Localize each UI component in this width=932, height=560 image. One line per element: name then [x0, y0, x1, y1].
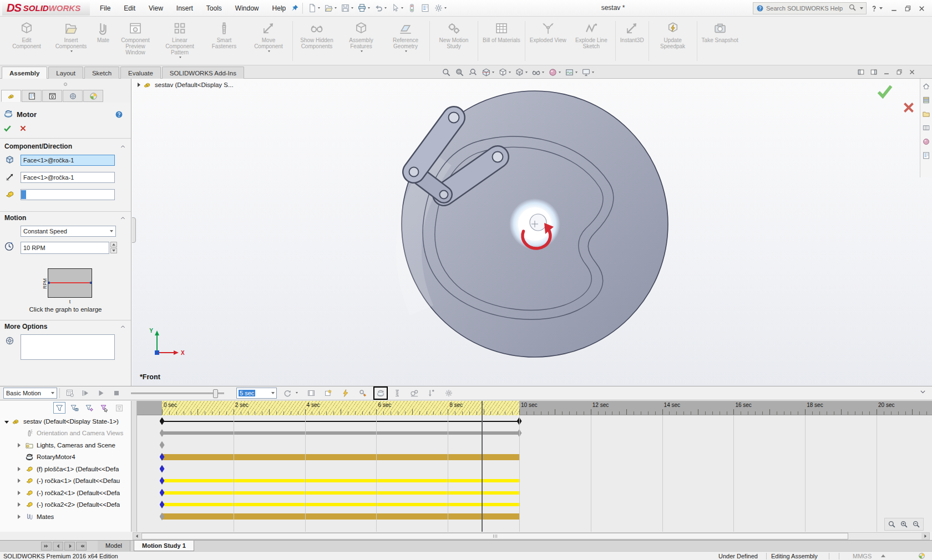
search-input[interactable] — [766, 5, 846, 12]
panel-grip[interactable] — [0, 79, 131, 90]
component-preview-window-button[interactable]: Component Preview Window — [113, 18, 158, 64]
motor-profile-graph[interactable] — [48, 268, 92, 298]
timeline-area[interactable]: 0 sec2 sec4 sec6 sec8 sec10 sec12 sec14 … — [137, 401, 932, 532]
dimxpertmanager-tab[interactable] — [63, 90, 83, 102]
tab-assembly[interactable]: Assembly — [2, 67, 47, 79]
previous-view-button[interactable] — [467, 67, 479, 78]
timeline-zoom-in-button[interactable] — [900, 520, 908, 528]
confirm-cancel-icon[interactable] — [902, 101, 915, 114]
tree-row-1[interactable]: Orientation and Camera Views — [0, 427, 131, 440]
collapse-chevron-icon[interactable] — [120, 144, 126, 150]
tree-row-2[interactable]: Lights, Cameras and Scene — [0, 439, 131, 451]
update-speedpak-button[interactable]: Update Speedpak — [651, 18, 695, 64]
more-options-listbox[interactable] — [21, 334, 115, 360]
timeline-bar[interactable] — [162, 513, 519, 520]
assembly-features-caret-icon[interactable] — [361, 50, 363, 52]
cancel-x-icon[interactable] — [19, 125, 27, 132]
expander-icon[interactable] — [4, 418, 10, 425]
timeline-key[interactable] — [160, 441, 165, 449]
quick-tips-icon[interactable] — [918, 552, 925, 559]
tree-row-3[interactable]: RotaryMotor4 — [0, 451, 131, 464]
options-button[interactable] — [433, 2, 448, 15]
expander-icon[interactable] — [18, 490, 23, 496]
bill-of-materials-button[interactable]: Bill of Materials — [480, 18, 523, 64]
filter-animation-button[interactable] — [53, 402, 65, 414]
scroll-right-button[interactable] — [921, 533, 929, 539]
current-time-combo[interactable]: 5 sec — [236, 388, 277, 399]
display-style-button[interactable] — [513, 67, 529, 78]
timeline-key[interactable] — [160, 418, 165, 425]
take-snapshot-button[interactable]: Take Snapshot — [699, 18, 741, 64]
doc-restore-button[interactable] — [895, 68, 903, 76]
search-icon[interactable] — [848, 3, 857, 13]
section-component-direction[interactable]: Component/Direction — [0, 142, 131, 150]
new-document-caret-icon[interactable] — [318, 7, 320, 9]
timeline-zoom-fit-button[interactable] — [888, 520, 896, 528]
design-library-icon[interactable] — [922, 96, 930, 104]
timeline-bar[interactable] — [162, 431, 519, 435]
spin-up-button[interactable] — [110, 242, 117, 247]
featuremanager-tab[interactable] — [1, 90, 21, 102]
zoom-area-button[interactable] — [453, 67, 466, 78]
section-more-options[interactable]: More Options — [0, 323, 131, 330]
direction-field[interactable]: Face<1>@ročka-1 — [21, 172, 115, 183]
tab-sketch[interactable]: Sketch — [84, 67, 119, 79]
collapse-chevron-icon[interactable] — [120, 324, 126, 330]
timeline-key[interactable] — [160, 501, 165, 508]
spin-down-button[interactable] — [110, 248, 117, 253]
playback-mode-button[interactable] — [281, 387, 294, 399]
mate-button[interactable]: Mate — [93, 18, 113, 64]
confirm-ok-icon[interactable] — [875, 83, 894, 100]
timeline-key[interactable] — [160, 477, 165, 485]
tree-row-7[interactable]: (-) ročka2<2> (Default<<Defa — [0, 499, 131, 511]
doc-tab-motion-study-1[interactable]: Motion Study 1 — [134, 541, 194, 551]
view-orientation-caret-icon[interactable] — [509, 72, 511, 73]
menu-insert[interactable]: Insert — [170, 0, 200, 16]
search-dropdown-caret[interactable] — [860, 7, 863, 9]
section-view-caret-icon[interactable] — [492, 72, 494, 73]
doc-close-button[interactable] — [908, 68, 916, 76]
component-field[interactable]: Face<1>@ročka-1 — [21, 155, 115, 166]
save-caret-icon[interactable] — [351, 7, 353, 9]
tree-row-0[interactable]: sestav (Default<Display State-1>) — [0, 415, 131, 427]
save-button[interactable] — [340, 2, 354, 15]
tab-nav-prev-button[interactable] — [53, 542, 63, 551]
units-caret-icon[interactable] — [881, 554, 885, 557]
contact-button[interactable] — [408, 387, 421, 399]
menu-tools[interactable]: Tools — [200, 0, 229, 16]
filter-results-button[interactable] — [113, 402, 125, 414]
doc-tab-model[interactable]: Model — [98, 541, 130, 551]
tab-evaluate[interactable]: Evaluate — [120, 67, 161, 79]
explode-line-sketch-button[interactable]: Explode Line Sketch — [569, 18, 614, 64]
custom-properties-icon[interactable] — [922, 151, 930, 160]
configurationmanager-tab[interactable] — [42, 90, 62, 102]
speed-field[interactable]: 10 RPM — [21, 242, 109, 254]
timeline-bar[interactable] — [162, 491, 519, 495]
motion-type-dropdown[interactable]: Constant Speed — [21, 226, 116, 237]
view-palette-icon[interactable] — [922, 124, 930, 132]
print-caret-icon[interactable] — [368, 7, 370, 9]
move-component-button[interactable]: Move Component — [246, 18, 291, 64]
viewport-canvas[interactable]: Y X — [132, 79, 932, 386]
view-settings-button[interactable] — [580, 67, 596, 78]
doc-pane-left-button[interactable] — [857, 68, 865, 76]
tree-row-8[interactable]: Mates — [0, 511, 131, 523]
select-button[interactable] — [389, 2, 404, 15]
play-button[interactable] — [94, 387, 108, 399]
relative-component-field[interactable] — [21, 189, 115, 200]
instant3d-button[interactable]: Instant3D — [617, 18, 647, 64]
collapse-motionmanager-icon[interactable] — [919, 388, 926, 395]
timeline-hscrollbar[interactable] — [133, 532, 930, 540]
options-caret-icon[interactable] — [444, 7, 447, 9]
rebuild-button[interactable] — [406, 2, 418, 15]
menu-edit[interactable]: Edit — [117, 0, 142, 16]
timeline-bar[interactable] — [162, 454, 519, 460]
apply-scene-button[interactable] — [563, 67, 579, 78]
expander-icon[interactable] — [18, 477, 23, 484]
tab-nav-first-button[interactable] — [41, 542, 52, 551]
expander-icon[interactable] — [18, 513, 23, 520]
file-properties-button[interactable] — [419, 2, 431, 15]
timeline-bar[interactable] — [162, 479, 519, 482]
appearances-icon[interactable] — [922, 138, 930, 146]
hide-show-items-caret-icon[interactable] — [542, 72, 544, 73]
